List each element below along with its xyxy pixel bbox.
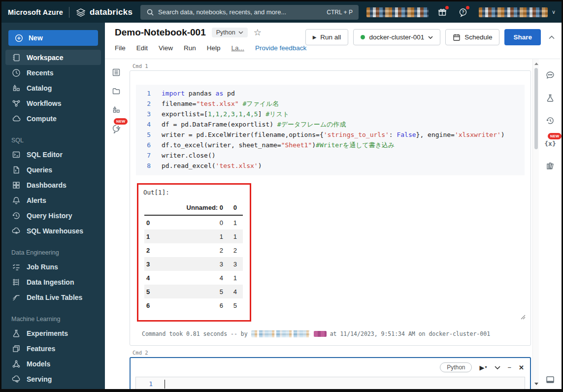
cell-chevron-down-icon[interactable] xyxy=(495,366,500,369)
menu-view[interactable]: View xyxy=(159,44,173,52)
sidebar-item-catalog[interactable]: Catalog xyxy=(5,80,101,96)
sidebar-item-delta-live-tables[interactable]: Delta Live Tables xyxy=(5,290,101,305)
code-line[interactable]: 7writer.close() xyxy=(136,150,525,161)
code-line[interactable]: 6df.to_excel(writer, sheet_name="Sheet1"… xyxy=(136,140,525,150)
code-editor[interactable]: 1import pandas as pd2filename="test.xlsx… xyxy=(136,85,525,175)
cluster-name: docker-cluster-001 xyxy=(369,33,424,41)
header-unnamed: Unnamed: 0 xyxy=(163,204,223,211)
notebook-title[interactable]: Demo-Notebook-001 xyxy=(115,27,206,38)
sidebar-item-label: SQL Editor xyxy=(27,151,63,159)
menu-help[interactable]: Help xyxy=(207,44,221,52)
databricks-stack-icon xyxy=(75,7,86,18)
language-selector[interactable]: Python xyxy=(212,28,248,37)
assistant-icon[interactable]: NEW xyxy=(111,123,122,134)
chevron-down-icon xyxy=(428,36,433,39)
table-row: 333 xyxy=(144,257,243,271)
folder-icon[interactable] xyxy=(111,86,122,97)
svg-text:?: ? xyxy=(462,9,464,14)
history-icon xyxy=(11,211,21,221)
menu-edit[interactable]: Edit xyxy=(136,44,148,52)
sidebar-item-compute[interactable]: Compute xyxy=(5,111,101,126)
sidebar-item-job-runs[interactable]: Job Runs xyxy=(5,259,101,274)
sidebar-item-queries[interactable]: Queries xyxy=(5,162,101,177)
sidebar-item-workflows[interactable]: Workflows xyxy=(5,96,101,111)
sidebar-item-data-ingestion[interactable]: Data Ingestion xyxy=(5,274,101,290)
clock-icon xyxy=(11,68,21,78)
account-menu-chevron-down-icon[interactable]: ∨ xyxy=(552,9,556,15)
code-line[interactable]: 1import pandas as pd xyxy=(136,88,525,98)
table-row: 111 xyxy=(144,229,243,243)
plus-circle-icon xyxy=(14,33,24,43)
model-graph-icon xyxy=(11,359,21,369)
sidebar-item-label: Query History xyxy=(27,212,72,220)
table-header-row: Unnamed: 0 0 xyxy=(144,204,243,216)
gift-button[interactable] xyxy=(435,5,449,19)
code-line[interactable]: 8pd.read_excel('test.xlsx') xyxy=(136,161,525,171)
new-button-label: New xyxy=(29,34,43,42)
share-button[interactable]: Share xyxy=(504,29,541,45)
delete-cell-icon[interactable]: ✕ xyxy=(519,364,524,371)
libraries-icon[interactable] xyxy=(545,161,556,171)
sidebar-item-label: Queries xyxy=(27,166,52,174)
menu-file[interactable]: File xyxy=(115,44,126,52)
table-row: 665 xyxy=(144,298,243,312)
scrollbar-thumb[interactable] xyxy=(534,68,538,149)
variables-icon[interactable]: NEW {x} xyxy=(545,138,556,149)
table-row: 222 xyxy=(144,243,243,257)
collapse-chevron-up-icon[interactable] xyxy=(549,35,555,39)
notification-dot xyxy=(445,6,449,9)
code-line[interactable]: 5writer = pd.ExcelWriter(filename,option… xyxy=(136,130,525,140)
redacted-user xyxy=(251,330,310,337)
schedule-button[interactable]: Schedule xyxy=(445,29,499,45)
text-cursor xyxy=(165,380,165,389)
sidebar-item-workspace[interactable]: Workspace xyxy=(5,50,101,65)
bottom-panel-toggle[interactable] xyxy=(539,374,562,385)
menu-run[interactable]: Run xyxy=(184,44,196,52)
revision-history-icon[interactable] xyxy=(545,115,556,126)
provide-feedback-link[interactable]: Provide feedback xyxy=(255,44,306,52)
global-search-input[interactable]: Search data, notebooks, recents, and mor… xyxy=(140,5,359,20)
sidebar-item-serving[interactable]: Serving xyxy=(5,371,101,387)
cluster-selector[interactable]: docker-cluster-001 xyxy=(353,29,440,45)
catalog-icon[interactable] xyxy=(111,104,122,115)
table-row: 554 xyxy=(144,285,243,298)
last-edit-truncated[interactable]: La... xyxy=(232,44,244,52)
code-line[interactable]: 4df = pd.DataFrame(exportlist) #データフレームの… xyxy=(136,119,525,130)
code-line[interactable]: 3exportlist=[1,1,2,3,1,4,5] #リスト xyxy=(136,109,525,119)
sidebar-item-dashboards[interactable]: Dashboards xyxy=(5,177,101,193)
sidebar-item-models[interactable]: Models xyxy=(5,356,101,371)
databricks-logo[interactable]: databricks xyxy=(75,7,132,18)
run-all-label: Run all xyxy=(320,33,341,41)
sidebar-item-experiments[interactable]: Experiments xyxy=(5,326,101,341)
bell-icon xyxy=(11,196,21,205)
vertical-scrollbar[interactable] xyxy=(532,59,539,389)
table-of-contents-icon[interactable] xyxy=(111,67,122,78)
sidebar-item-label: Data Ingestion xyxy=(27,278,74,286)
favorite-star-icon[interactable]: ☆ xyxy=(254,28,262,37)
help-button[interactable]: ? xyxy=(456,5,470,19)
table-row: 441 xyxy=(144,271,243,285)
run-all-button[interactable]: ▶ Run all xyxy=(305,29,349,45)
cell-language-pill[interactable]: Python xyxy=(440,362,472,372)
code-line[interactable]: 2filename="test.xlsx" #ファイル名 xyxy=(136,98,525,109)
experiments-flask-icon[interactable] xyxy=(545,93,556,103)
sidebar-item-recents[interactable]: Recents xyxy=(5,65,101,80)
play-icon: ▶ xyxy=(479,364,484,371)
output-resize-handle[interactable] xyxy=(519,313,526,320)
sidebar-item-sql-warehouses[interactable]: SQL Warehouses xyxy=(5,223,101,238)
bottom-panel-icon xyxy=(545,374,556,385)
cell2-code-input[interactable]: 1 xyxy=(135,377,525,391)
cloud-icon xyxy=(11,114,21,124)
new-button[interactable]: New xyxy=(8,30,98,46)
code-cell-1: 1import pandas as pd2filename="test.xlsx… xyxy=(130,70,531,346)
app-window: Microsoft Azure databricks Search data, … xyxy=(0,0,563,392)
comments-icon[interactable] xyxy=(545,70,556,81)
sql-editor-icon xyxy=(11,150,21,160)
sidebar-item-alerts[interactable]: Alerts xyxy=(5,193,101,208)
sidebar-item-features[interactable]: Features xyxy=(5,341,101,356)
header-index xyxy=(144,204,163,211)
minimize-cell-icon[interactable]: − xyxy=(508,364,512,371)
sidebar-item-sql-editor[interactable]: SQL Editor xyxy=(5,147,101,162)
run-cell-button[interactable]: ▶▾ xyxy=(479,364,487,371)
sidebar-item-query-history[interactable]: Query History xyxy=(5,208,101,223)
